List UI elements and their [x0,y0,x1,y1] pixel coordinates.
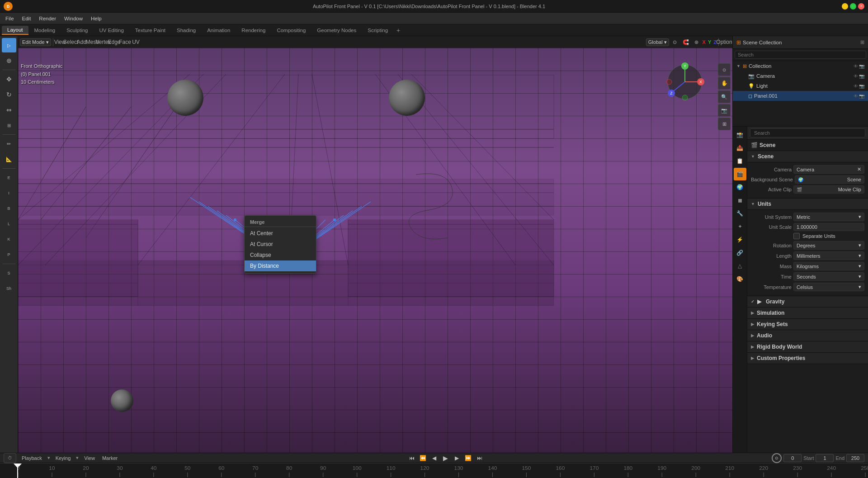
units-section-header[interactable]: ▼ Units [747,199,868,210]
props-tab-modifier[interactable]: 🔧 [734,207,746,220]
prev-frame-btn[interactable]: ◀ [429,453,439,463]
tool-bevel[interactable]: B [2,201,16,216]
tool-spin[interactable]: S [2,266,16,280]
tool-annotate[interactable]: ✏ [2,137,16,151]
tab-layout[interactable]: Layout [2,26,28,35]
keying-menu[interactable]: Keying [54,455,73,461]
jump-to-start-btn[interactable]: ⏮ [407,453,417,463]
outliner-item-light[interactable]: 💡 Light 👁 📷 [733,81,868,91]
new-workspace-button[interactable]: + [394,26,403,35]
marker-menu[interactable]: Marker [100,455,119,461]
tool-transform[interactable]: ⊞ [2,118,16,133]
menu-render[interactable]: Render [35,15,60,22]
props-tab-world[interactable]: 🌍 [734,181,746,194]
playhead[interactable] [17,464,18,478]
simulation-section-header[interactable]: ▶ Simulation [747,308,868,319]
tool-extrude[interactable]: E [2,170,16,185]
props-tab-physics[interactable]: ⚡ [734,233,746,246]
end-frame-input[interactable] [846,454,864,462]
vp-select-menu[interactable]: Select [66,37,76,47]
properties-search-input[interactable] [750,128,865,137]
eye-icon-light[interactable]: 👁 [854,84,858,89]
snap-toggle[interactable]: 🧲 [681,37,691,47]
menu-window[interactable]: Window [61,15,86,22]
timeline-ruler-area[interactable]: 0 10 20 30 40 50 60 70 80 90 [0,463,868,478]
props-tab-scene[interactable]: 🎬 [734,168,746,180]
custom-properties-header[interactable]: ▶ Custom Properties [747,353,868,364]
props-tab-view-layer[interactable]: 📋 [734,155,746,167]
pivot-center[interactable]: ⊙ [670,37,680,47]
minimize-button[interactable]: ─ [842,3,848,9]
next-frame-btn[interactable]: ▶ [452,453,462,463]
start-frame-input[interactable] [816,454,834,462]
vp-add-menu[interactable]: Add [77,37,87,47]
tool-loop-cut[interactable]: L [2,217,16,231]
length-value[interactable]: Millimeters ▾ [793,251,864,260]
close-button[interactable]: ✕ [858,3,864,9]
merge-by-distance[interactable]: By Distance [245,260,316,271]
props-tab-object[interactable]: ◼ [734,194,746,207]
tab-shading[interactable]: Shading [171,26,201,34]
props-tab-constraints[interactable]: 🔗 [734,246,746,259]
camera-view-btn[interactable]: 📷 [718,104,731,117]
tool-cursor[interactable]: ⊕ [2,53,16,68]
mass-value[interactable]: Kilograms ▾ [793,262,864,270]
timeline-icon[interactable]: ⏱ [4,453,16,463]
toggle-perspective-btn[interactable]: ⊙ [718,63,731,76]
eye-icon-panel[interactable]: 👁 [854,94,858,99]
tool-measure[interactable]: 📐 [2,152,16,166]
mode-selector[interactable]: Edit Mode ▾ [20,38,51,46]
outliner-item-panel001[interactable]: ◻ Panel.001 👁 📷 [733,91,868,101]
unit-system-value[interactable]: Metric ▾ [793,213,864,221]
jump-forward-btn[interactable]: ⏩ [463,453,473,463]
tool-rotate[interactable]: ↻ [2,87,16,102]
tool-knife[interactable]: K [2,232,16,246]
outliner-search-input[interactable] [735,51,866,59]
props-tab-output[interactable]: 📤 [734,142,746,154]
rigid-body-world-header[interactable]: ▶ Rigid Body World [747,341,868,353]
tab-texture-paint[interactable]: Texture Paint [130,26,171,34]
jump-back-btn[interactable]: ⏪ [418,453,428,463]
outliner-item-collection[interactable]: ▼ ⊞ Collection 👁 📷 [733,61,868,71]
options-menu[interactable]: Options [721,37,731,47]
tool-select[interactable]: ▷ [2,38,16,52]
eye-icon-camera[interactable]: 👁 [854,74,858,79]
separate-units-checkbox[interactable] [793,233,800,239]
merge-collapse[interactable]: Collapse [245,250,316,260]
current-frame-input[interactable] [783,454,802,462]
merge-at-cursor[interactable]: At Cursor [245,239,316,250]
vp-uv-menu[interactable]: UV [131,37,141,47]
bg-scene-value[interactable]: 🌍 Scene [795,175,864,184]
jump-to-end-btn[interactable]: ⏭ [475,453,485,463]
menu-help[interactable]: Help [87,15,105,22]
tab-modeling[interactable]: Modeling [29,26,61,34]
tool-shear[interactable]: Sh [2,281,16,296]
props-tab-particles[interactable]: ✦ [734,220,746,233]
maximize-button[interactable]: □ [850,3,856,9]
merge-at-center[interactable]: At Center [245,228,316,239]
transform-orientation[interactable]: Global ▾ [646,38,669,46]
render-icon-camera[interactable]: 📷 [859,74,864,79]
gravity-section-header[interactable]: ✓ ▶ Gravity [747,296,868,308]
view-menu-tl[interactable]: View [82,455,97,461]
proportional-edit[interactable]: ⊛ [692,37,702,47]
tab-compositing[interactable]: Compositing [271,26,311,34]
tool-move[interactable]: ✥ [2,72,16,86]
audio-section-header[interactable]: ▶ Audio [747,330,868,341]
render-icon-panel[interactable]: 📷 [859,94,864,99]
tab-animation[interactable]: Animation [202,26,236,34]
tab-scripting[interactable]: Scripting [362,26,393,34]
unit-scale-value[interactable]: 1.000000 [793,223,864,231]
scene-section-header[interactable]: ▼ Scene [747,151,868,162]
play-btn[interactable]: ▶ [441,453,451,463]
tab-uv-editing[interactable]: UV Editing [94,26,129,34]
props-tab-material[interactable]: 🎨 [734,273,746,285]
eye-icon-collection[interactable]: 👁 [854,64,858,69]
viewport-pan-btn[interactable]: ✋ [718,77,731,90]
grid-view-btn[interactable]: ⊞ [718,118,731,130]
keying-sets-section-header[interactable]: ▶ Keying Sets [747,319,868,330]
outliner-filter-icon[interactable]: ⊞ [860,39,864,45]
tool-scale[interactable]: ⇔ [2,103,16,117]
tool-poly-build[interactable]: P [2,247,16,262]
tool-inset[interactable]: I [2,186,16,200]
